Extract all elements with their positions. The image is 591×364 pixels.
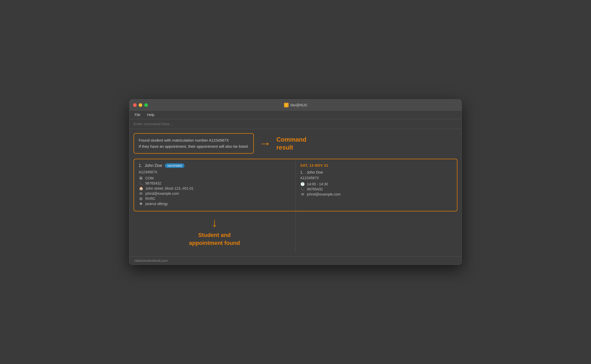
student-tag2: peanut allergy: [145, 202, 168, 206]
phone-icon: 📞: [139, 181, 143, 185]
app-icon: ⚡: [284, 103, 289, 107]
main-content: Found student with matriculation number …: [129, 129, 462, 256]
maximize-button[interactable]: [144, 103, 148, 107]
student-phone-row: 📞 98765432: [139, 181, 291, 185]
appt-time-row: 🕐 14:00 - 14:30: [300, 182, 453, 186]
title-text: Vax@NUS: [290, 103, 307, 107]
faculty-icon: 🏛: [139, 176, 143, 180]
menu-help[interactable]: Help: [146, 112, 156, 117]
appt-email-row: ✉ johnd@example.com: [300, 192, 453, 196]
bottom-label: Student and appointment found: [189, 231, 240, 247]
titlebar: ⚡ Vax@NUS: [129, 99, 462, 111]
appt-phone: 98765432: [307, 187, 323, 191]
arrow-down-icon: ↓: [211, 217, 217, 229]
result-line1: Found student with matriculation number …: [139, 137, 249, 143]
data-panel: 1. John Doe vaccinated A1234567X 🏛 COM 📞…: [134, 159, 457, 211]
student-faculty: COM: [145, 176, 154, 180]
email-icon: ✉: [139, 191, 143, 196]
appointment-date: SAT, 13 NOV 21: [300, 163, 453, 167]
appointment-panel: SAT, 13 NOV 21 1. John Doe A1234567X 🕐 1…: [296, 159, 457, 211]
appt-phone-icon: 📞: [300, 187, 305, 191]
command-input[interactable]: [134, 122, 457, 126]
student-name: John Doe: [145, 163, 162, 168]
appt-name: John Doe: [307, 170, 323, 174]
student-name-row: 1. John Doe vaccinated: [139, 163, 291, 168]
result-line2: If they have an appointment, their appoi…: [139, 143, 249, 150]
minimize-button[interactable]: [139, 103, 142, 107]
student-phone: 98765432: [145, 181, 161, 185]
command-result-label: Command result: [276, 135, 306, 151]
appt-name-row: 1. John Doe: [300, 170, 453, 174]
student-address: John street, block 123, #01-01: [145, 186, 193, 190]
bottom-annotation: ↓ Student and appointment found: [134, 211, 295, 252]
command-input-area[interactable]: [129, 119, 462, 129]
tag1-icon: ⊞: [139, 197, 143, 201]
lower-area: ↓ Student and appointment found: [134, 211, 457, 252]
appt-email: johnd@example.com: [307, 192, 341, 196]
student-faculty-row: 🏛 COM: [139, 176, 291, 180]
main-window: ⚡ Vax@NUS File Help Found student with m…: [129, 99, 462, 265]
traffic-lights: [133, 103, 148, 107]
student-tag2-row: ✚ peanut allergy: [139, 202, 291, 206]
appt-index: 1.: [300, 170, 304, 174]
arrow-right-icon: →: [259, 137, 271, 150]
window-title: ⚡ Vax@NUS: [284, 103, 307, 107]
student-tag1-row: ⊞ RVRC: [139, 197, 291, 201]
annotation-row: Found student with matriculation number …: [134, 133, 457, 154]
student-tag1: RVRC: [145, 197, 155, 201]
clock-icon: 🕐: [300, 182, 305, 186]
student-index: 1.: [139, 163, 142, 168]
close-button[interactable]: [133, 103, 137, 107]
vaccinated-badge: vaccinated: [165, 163, 184, 168]
student-matric: A1234567X: [139, 170, 291, 174]
appt-matric: A1234567X: [300, 176, 453, 180]
lower-right-empty: [296, 211, 458, 252]
result-box: Found student with matriculation number …: [134, 133, 254, 154]
appt-email-icon: ✉: [300, 192, 305, 196]
status-path: ./data/studentbook.json: [134, 259, 168, 263]
address-icon: 🏠: [139, 186, 143, 190]
student-email-row: ✉ johnd@example.com: [139, 191, 291, 196]
appt-phone-row: 📞 98765432: [300, 187, 453, 191]
menubar: File Help: [129, 111, 462, 119]
tag2-icon: ✚: [139, 202, 143, 206]
student-email: johnd@example.com: [145, 191, 179, 196]
appt-time: 14:00 - 14:30: [307, 182, 328, 186]
menu-file[interactable]: File: [134, 112, 141, 117]
student-address-row: 🏠 John street, block 123, #01-01: [139, 186, 291, 190]
statusbar: ./data/studentbook.json: [129, 256, 462, 265]
student-panel: 1. John Doe vaccinated A1234567X 🏛 COM 📞…: [134, 159, 296, 211]
